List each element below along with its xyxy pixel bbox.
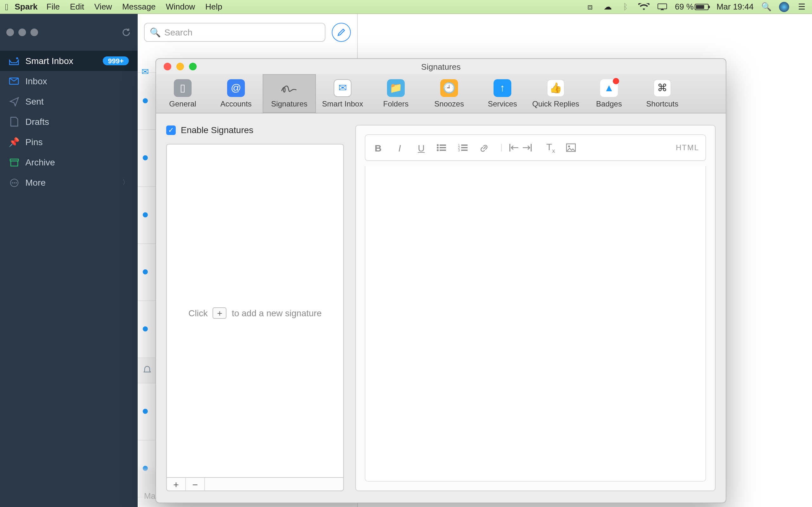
services-icon: ↑ xyxy=(494,79,511,97)
editor-toolbar: B I U 123 xyxy=(365,134,706,161)
signature-editor-pane: B I U 123 xyxy=(355,125,716,491)
siri-icon[interactable] xyxy=(779,2,789,12)
bullet-list-button[interactable] xyxy=(437,143,449,152)
prefs-zoom-icon[interactable] xyxy=(189,63,197,70)
tab-quick-replies[interactable]: 👍Quick Replies xyxy=(529,74,582,113)
sidebar-item-more[interactable]: More 〉 xyxy=(0,172,138,193)
svg-rect-0 xyxy=(658,3,667,9)
sent-icon xyxy=(9,97,19,106)
tab-accounts[interactable]: @Accounts xyxy=(209,74,263,113)
menu-message[interactable]: Message xyxy=(122,2,156,11)
snoozes-icon: 🕘 xyxy=(440,79,458,97)
enable-signatures-checkbox[interactable]: ✓ xyxy=(166,125,176,135)
prefs-body: ✓ Enable Signatures Click + to add a new… xyxy=(156,113,726,503)
clear-format-button[interactable]: Tx xyxy=(544,141,557,154)
menu-edit[interactable]: Edit xyxy=(70,2,84,11)
prefs-minimize-icon[interactable] xyxy=(176,63,184,70)
sidebar-item-label: Drafts xyxy=(26,117,49,127)
tab-folders[interactable]: 📁Folders xyxy=(369,74,422,113)
tab-signatures[interactable]: Signatures xyxy=(263,74,316,113)
svg-text:3: 3 xyxy=(458,149,460,152)
tab-general[interactable]: ▯General xyxy=(156,74,209,113)
italic-button[interactable]: I xyxy=(393,142,406,153)
svg-rect-19 xyxy=(461,150,467,151)
clock-status[interactable]: Mar 19:44 xyxy=(716,2,754,11)
tab-label: Quick Replies xyxy=(532,99,579,108)
bold-button[interactable]: B xyxy=(372,142,385,153)
menu-view[interactable]: View xyxy=(94,2,112,11)
remove-signature-button[interactable]: − xyxy=(186,478,205,491)
svg-rect-3 xyxy=(10,161,17,166)
sidebar-item-label: Archive xyxy=(26,157,55,167)
tab-shortcuts[interactable]: ⌘Shortcuts xyxy=(636,74,689,113)
tab-label: General xyxy=(169,99,196,108)
menu-window[interactable]: Window xyxy=(166,2,195,11)
sidebar: Smart Inbox 999+ Inbox Sent Drafts xyxy=(0,14,138,507)
spotlight-icon[interactable]: 🔍 xyxy=(761,2,771,12)
dropbox-status-icon[interactable]: ⧈ xyxy=(585,2,595,12)
prefs-titlebar[interactable]: Signatures xyxy=(156,59,726,74)
window-close-icon[interactable] xyxy=(6,29,14,36)
preferences-window: Signatures ▯General @Accounts Signatures… xyxy=(155,58,726,503)
signatures-list[interactable]: Click + to add a new signature + − xyxy=(166,144,344,491)
refresh-icon[interactable] xyxy=(121,27,131,38)
sidebar-item-smart-inbox[interactable]: Smart Inbox 999+ xyxy=(0,51,138,71)
inbox-icon xyxy=(9,77,19,85)
sidebar-item-drafts[interactable]: Drafts xyxy=(0,112,138,132)
underline-button[interactable]: U xyxy=(415,142,427,153)
quick-replies-icon: 👍 xyxy=(547,79,565,97)
svg-point-8 xyxy=(437,144,439,146)
battery-status[interactable]: 69 % xyxy=(675,2,709,11)
link-button[interactable] xyxy=(479,143,492,153)
airplay-status-icon[interactable] xyxy=(657,3,667,10)
svg-rect-9 xyxy=(440,145,446,146)
sidebar-item-sent[interactable]: Sent xyxy=(0,91,138,112)
add-signature-button[interactable]: + xyxy=(167,478,186,491)
outdent-button[interactable] xyxy=(501,144,514,152)
notification-center-icon[interactable]: ☰ xyxy=(797,2,807,12)
tab-snoozes[interactable]: 🕘Snoozes xyxy=(422,74,476,113)
insert-image-button[interactable] xyxy=(566,143,578,152)
signature-list-ops: + − xyxy=(166,477,344,491)
indent-button[interactable] xyxy=(523,144,536,152)
window-minimize-icon[interactable] xyxy=(18,29,26,36)
tab-label: Snoozes xyxy=(434,99,464,108)
tab-label: Folders xyxy=(383,99,409,108)
bell-icon xyxy=(143,366,153,376)
bluetooth-status-icon[interactable]: ᛒ xyxy=(620,2,630,12)
prefs-close-icon[interactable] xyxy=(164,63,171,70)
html-toggle-button[interactable]: HTML xyxy=(676,143,699,152)
list-toolbar: 🔍 Search xyxy=(138,14,357,51)
numbered-list-button[interactable]: 123 xyxy=(458,143,471,152)
plus-hint-icon: + xyxy=(213,307,227,319)
sidebar-item-inbox[interactable]: Inbox xyxy=(0,71,138,91)
cloud-status-icon[interactable]: ☁ xyxy=(603,2,613,12)
battery-icon xyxy=(695,3,709,10)
tab-badges[interactable]: ▲Badges xyxy=(582,74,636,113)
unread-dot-icon xyxy=(143,326,148,331)
menu-help[interactable]: Help xyxy=(205,2,222,11)
tab-services[interactable]: ↑Services xyxy=(476,74,529,113)
enable-signatures-row[interactable]: ✓ Enable Signatures xyxy=(166,125,344,135)
sidebar-item-label: Sent xyxy=(26,96,44,107)
app-menu[interactable]: Spark xyxy=(14,2,38,11)
window-zoom-icon[interactable] xyxy=(31,29,38,36)
tab-label: Shortcuts xyxy=(646,99,678,108)
svg-rect-11 xyxy=(440,147,446,148)
search-input[interactable]: 🔍 Search xyxy=(144,23,325,42)
wifi-status-icon[interactable] xyxy=(638,3,650,10)
tab-smart-inbox[interactable]: ✉Smart Inbox xyxy=(316,74,369,113)
apple-menu-icon[interactable]:  xyxy=(5,2,8,12)
signatures-left-pane: ✓ Enable Signatures Click + to add a new… xyxy=(166,125,344,491)
sidebar-item-archive[interactable]: Archive xyxy=(0,152,138,172)
svg-rect-21 xyxy=(531,144,531,152)
signature-editor-textarea[interactable] xyxy=(365,166,706,482)
svg-point-7 xyxy=(15,182,16,183)
signatures-icon xyxy=(281,79,298,97)
svg-rect-13 xyxy=(440,150,446,151)
svg-point-10 xyxy=(437,147,439,149)
menu-file[interactable]: File xyxy=(47,2,60,11)
sidebar-item-pins[interactable]: 📌 Pins xyxy=(0,132,138,152)
compose-button[interactable] xyxy=(332,23,351,42)
unread-dot-icon xyxy=(143,212,148,217)
